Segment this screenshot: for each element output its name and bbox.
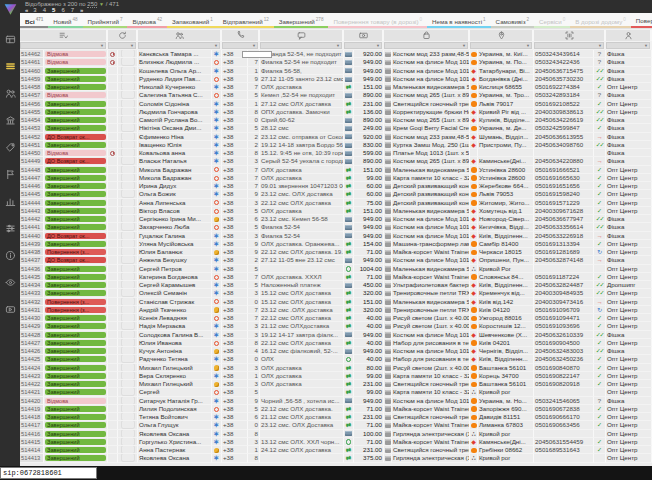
order-comment[interactable]: Кемел ,52-54 не подходит <box>260 91 344 99</box>
product-name[interactable]: Костюм мод 233 разм,48-58 (1... <box>392 50 470 58</box>
client-name[interactable]: Захарченко Люба <box>138 223 212 231</box>
ttn-number[interactable]: 0501692108522 <box>534 100 594 108</box>
order-status-cell[interactable]: Завершений <box>44 100 108 108</box>
client-name[interactable]: Станіслав Стрижак <box>138 298 212 306</box>
order-comment[interactable]: 23.12 смс. ОЛХ Доставка <box>260 421 344 429</box>
order-row[interactable]: 514454ЗавершенийСамотій Руслана Во...∗+3… <box>20 116 652 124</box>
delivery-city[interactable]: Словянськ 84... <box>478 273 534 281</box>
client-phone[interactable]: +38 <box>222 289 248 297</box>
order-comment[interactable]: 21.12 смс ОЛХ доставка <box>260 413 344 421</box>
ttn-number[interactable]: 0501691094471 <box>534 314 594 322</box>
ttn-number[interactable]: 0501691281689 <box>534 248 594 256</box>
order-comment[interactable]: 22.12 смс ОЛХ доставка <box>260 339 344 347</box>
client-name[interactable]: Олексій Семанін <box>138 289 212 297</box>
order-row[interactable]: 514461ВідмоваБлизнюк Людмила ...+387Фиал… <box>20 58 652 66</box>
messenger-cell[interactable]: ∗ <box>212 454 222 462</box>
tab-3[interactable]: Відмова42 <box>127 13 167 28</box>
messenger-cell[interactable] <box>212 174 222 182</box>
product-name[interactable]: Майка-корсет Waist Trainer *142... <box>392 421 470 429</box>
client-name[interactable]: Ксенія Левадняя <box>138 314 212 322</box>
messenger-cell[interactable]: ∗ <box>212 67 222 75</box>
delivery-city[interactable]: Житомир, Жито... <box>478 199 534 207</box>
column-filter[interactable]: ▼ <box>606 42 650 49</box>
messenger-cell[interactable]: ∗ <box>212 141 222 149</box>
client-name[interactable]: Анна Липенська <box>138 199 212 207</box>
delivery-city[interactable]: Кривой рог <box>478 454 534 462</box>
order-status-cell[interactable]: Завершений <box>44 207 108 215</box>
order-comment[interactable]: 15.12 смс ОЛХ доставка <box>260 298 344 306</box>
messenger-cell[interactable]: ∗ <box>212 397 222 405</box>
delivery-city[interactable]: Гребінки 08662 <box>478 446 534 454</box>
order-status-cell[interactable]: Завершений <box>44 438 108 446</box>
client-name[interactable]: Яковлева Оксана <box>138 454 212 462</box>
client-phone[interactable]: +38 <box>222 240 248 248</box>
product-name[interactable]: Платье Мод 1013 (1шт. х 599.00... <box>392 149 470 157</box>
ttn-number[interactable]: 0501690663456 <box>534 421 594 429</box>
order-row[interactable]: 514456ЗавершенийСоломія Сідоніна∗+38127.… <box>20 100 652 108</box>
client-phone[interactable]: +38 <box>222 75 248 83</box>
order-status-cell[interactable]: Завершений <box>44 174 108 182</box>
order-row[interactable]: 514421ЗавершенийСергей+385⇄99.00Карта па… <box>20 388 652 396</box>
column-filter[interactable]: ▼ <box>344 42 382 49</box>
order-status-cell[interactable]: Завершений <box>44 240 108 248</box>
order-comment[interactable]: Лаванда 52-54, не подходит <box>260 50 344 58</box>
messenger-cell[interactable]: ∗ <box>212 438 222 446</box>
order-row[interactable]: 514448ЗавершенийМикола Бадражан+387ОЛХ д… <box>20 166 652 174</box>
order-row[interactable]: 514422ЗавершенийМихаил Гилецький+383ОЛХ … <box>20 380 652 388</box>
delivery-city[interactable]: Кривий Ріг від ... <box>478 108 534 116</box>
client-name[interactable]: Людмила Гончарова <box>138 108 212 116</box>
column-header-manager[interactable] <box>606 30 652 41</box>
delivery-city[interactable]: Украина, м. Тро... <box>478 91 534 99</box>
app-logo-icon[interactable] <box>3 2 18 16</box>
product-name[interactable]: Тренировочные петли TRX Train... <box>392 306 470 314</box>
client-name[interactable]: Радченко Тетяна <box>138 355 212 363</box>
product-name[interactable]: Костюм на флисе Мод 1014 (1ш... <box>392 397 470 405</box>
order-status-cell[interactable]: Завершений <box>44 380 108 388</box>
sidebar-item-dashboard[interactable] <box>0 26 20 53</box>
delivery-city[interactable]: Львів 79017 <box>478 100 534 108</box>
client-name[interactable]: Кучук Антоніна <box>138 347 212 355</box>
client-name[interactable]: Віктор Власов <box>138 207 212 215</box>
order-row[interactable]: 514428ЗавершенийСолодкова Галина В...∗+3… <box>20 331 652 339</box>
column-header-phone[interactable] <box>222 30 260 41</box>
product-name[interactable]: Светящийся гоночный трек Ма... <box>392 100 470 108</box>
delivery-city[interactable] <box>478 149 534 157</box>
delivery-city[interactable]: Київ 04201 <box>478 339 534 347</box>
ttn-number[interactable]: 0501690820918 <box>534 380 594 388</box>
sidebar-item-chart[interactable] <box>0 188 20 215</box>
order-comment[interactable]: 24.12 смс ОЛХ доставка <box>260 446 344 454</box>
ttn-number[interactable]: 0503241546065 <box>534 397 594 405</box>
ttn-number[interactable]: 20450632450236 <box>534 355 594 363</box>
product-name[interactable]: Костюм на флисе Мод 1014 (1ш... <box>392 215 470 223</box>
order-row[interactable]: 514423ЗавершенийВера Скляренко∗+381ОЛХ д… <box>20 372 652 380</box>
order-status-cell[interactable]: Завершений <box>44 413 108 421</box>
product-name[interactable]: Маленькая видеокамера SQ8 *... <box>392 207 470 215</box>
product-name[interactable]: Костюм мод 265 (1шт. х 890.00 ... <box>392 157 470 165</box>
order-status-cell[interactable]: Завершений <box>44 446 108 454</box>
messenger-cell[interactable]: ∗ <box>212 430 222 438</box>
ttn-number[interactable]: 0501691665630 <box>534 174 594 182</box>
product-name[interactable]: Набор для рисования в темнот... <box>392 355 470 363</box>
order-row[interactable]: 514441ЗавершенийЗахарченко Люба+385Фиалк… <box>20 223 652 231</box>
product-name[interactable]: Майка-корсет Waist Trainer *142... <box>392 438 470 446</box>
delivery-city[interactable]: Кривой рог <box>478 430 534 438</box>
ttn-number[interactable]: 20450632824487 <box>534 281 594 289</box>
client-phone[interactable]: +38 <box>222 347 248 355</box>
order-comment[interactable]: ОЛХ <box>260 355 344 363</box>
tab-0[interactable]: Всі471 <box>20 13 48 28</box>
client-name[interactable]: Анжела Безушку <box>138 256 212 264</box>
messenger-cell[interactable] <box>212 347 222 355</box>
order-comment[interactable]: 19.12 14-18 завтра Бордо 56-58 <box>260 141 344 149</box>
ttn-number[interactable]: 0503242599847 <box>534 124 594 132</box>
order-comment[interactable]: Фиалка 56-58, <box>260 67 344 75</box>
product-name[interactable]: Костюм мод 265 (1шт. х 890.00 ... <box>392 91 470 99</box>
delivery-city[interactable]: Самбір 81400 <box>478 240 534 248</box>
product-name[interactable]: Майка-корсет Waist Trainer *142... <box>392 273 470 281</box>
messenger-cell[interactable]: ∗ <box>212 372 222 380</box>
client-phone[interactable]: +38 <box>222 116 248 124</box>
delivery-city[interactable]: Жеребкове 664... <box>478 182 534 190</box>
ttn-number[interactable]: 20450632874148 <box>534 256 594 264</box>
order-status-cell[interactable]: Завершений <box>44 289 108 297</box>
order-comment[interactable]: ОЛХ доставка <box>260 207 344 215</box>
order-status-cell[interactable]: Завершений <box>44 67 108 75</box>
